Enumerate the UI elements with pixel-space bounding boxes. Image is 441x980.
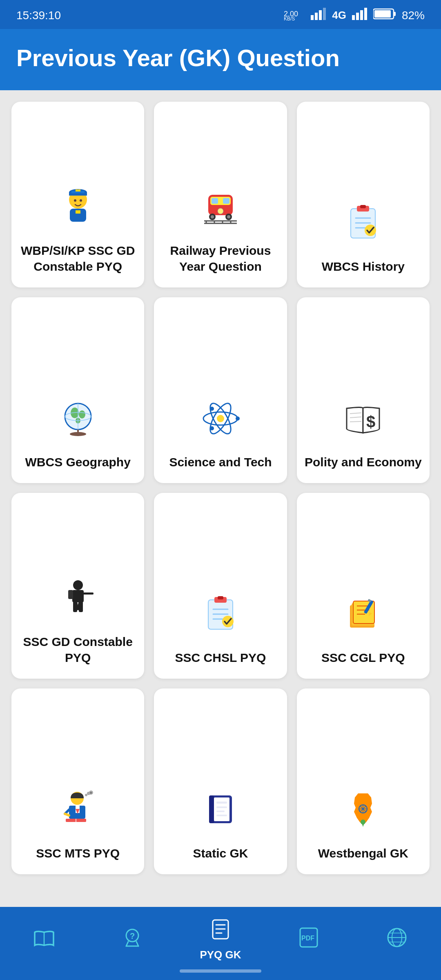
card-polity-economy[interactable]: $ Polity and Economy <box>297 297 430 483</box>
svg-point-64 <box>73 580 83 590</box>
app-header: Previous Year (GK) Question <box>0 29 441 90</box>
svg-rect-5 <box>323 8 326 20</box>
svg-rect-4 <box>319 10 322 20</box>
nav-quiz[interactable]: ? <box>104 927 161 953</box>
svg-line-62 <box>350 421 361 422</box>
svg-rect-12 <box>374 10 391 18</box>
card-ssc-gd[interactable]: SSC GD Constable PYQ <box>11 493 144 679</box>
battery-icon <box>373 8 396 22</box>
nav-globe[interactable] <box>368 927 425 953</box>
doc-list-icon <box>209 918 232 945</box>
svg-line-119 <box>126 942 128 946</box>
card-railway-pyq[interactable]: Railway Previous Year Question <box>154 102 287 287</box>
svg-rect-25 <box>212 198 218 204</box>
svg-point-27 <box>218 208 223 214</box>
book-dollar-icon: $ <box>343 398 383 445</box>
svg-point-19 <box>80 199 82 202</box>
card-static-gk-label: Static GK <box>193 845 248 861</box>
svg-rect-67 <box>80 590 82 594</box>
nav-books[interactable] <box>16 927 73 953</box>
svg-rect-7 <box>356 13 359 20</box>
card-westbengal-gk-label: Westbengal GK <box>318 845 408 861</box>
svg-rect-3 <box>315 13 318 20</box>
svg-rect-75 <box>218 596 223 599</box>
home-indicator-bar <box>180 969 261 973</box>
status-time: 15:39:10 <box>16 9 61 22</box>
svg-point-58 <box>210 407 214 411</box>
svg-rect-104 <box>216 802 227 804</box>
card-railway-label: Railway Previous Year Question <box>161 243 279 274</box>
police-icon <box>58 187 98 234</box>
card-static-gk[interactable]: Static GK <box>154 688 287 874</box>
svg-point-31 <box>227 215 230 218</box>
nav-pyq-gk[interactable]: PYQ GK <box>192 918 249 961</box>
card-ssc-chsl[interactable]: SSC CHSL PYQ <box>154 493 287 679</box>
svg-rect-105 <box>216 806 227 808</box>
card-wbp-label: WBP/SI/KP SSC GD Constable PYQ <box>19 243 137 274</box>
svg-point-52 <box>70 432 86 436</box>
student-think-icon: ? <box>58 789 98 836</box>
svg-rect-6 <box>352 15 355 20</box>
soldier-icon <box>58 578 98 625</box>
svg-rect-17 <box>76 189 80 192</box>
svg-text:PDF: PDF <box>301 935 314 942</box>
svg-rect-103 <box>214 797 229 821</box>
card-wbcs-geography[interactable]: WBCS Geography <box>11 297 144 483</box>
card-wbcs-history[interactable]: WBCS History <box>297 102 430 287</box>
svg-line-98 <box>65 814 69 815</box>
svg-line-120 <box>136 942 138 946</box>
card-ssc-mts[interactable]: ? SSC MTS PYQ <box>11 688 144 874</box>
globe-icon <box>58 398 98 445</box>
card-ssc-chsl-label: SSC CHSL PYQ <box>175 650 266 666</box>
category-grid: WBP/SI/KP SSC GD Constable PYQ <box>0 90 441 874</box>
card-polity-economy-label: Polity and Economy <box>305 454 422 470</box>
card-wbp-si-kp[interactable]: WBP/SI/KP SSC GD Constable PYQ <box>11 102 144 287</box>
pdf-icon: PDF <box>298 927 320 953</box>
battery-percent: 82% <box>402 9 425 22</box>
clipboard-check2-icon <box>200 594 241 641</box>
signal-bars-2 <box>352 8 368 23</box>
svg-rect-107 <box>216 815 227 816</box>
svg-rect-66 <box>81 592 94 595</box>
status-icons: 2.00 KB/S 4G <box>284 7 425 23</box>
nav-pyq-gk-label: PYQ GK <box>200 949 241 961</box>
home-indicator <box>0 969 441 980</box>
data-speed-icon: 2.00 KB/S <box>284 7 305 23</box>
svg-point-57 <box>236 416 240 421</box>
svg-rect-9 <box>364 8 367 20</box>
atom-icon <box>200 398 241 445</box>
card-wbcs-geography-label: WBCS Geography <box>25 454 130 470</box>
train-icon <box>200 187 241 234</box>
india-map-icon <box>343 789 383 836</box>
svg-rect-26 <box>223 198 229 204</box>
card-ssc-mts-label: SSC MTS PYQ <box>36 845 120 861</box>
nav-pdf[interactable]: PDF <box>280 927 337 953</box>
question-head-icon: ? <box>122 927 143 953</box>
svg-point-59 <box>210 426 214 430</box>
card-wbcs-history-label: WBCS History <box>322 258 405 274</box>
svg-marker-115 <box>361 822 365 827</box>
book-pen-icon <box>343 594 383 641</box>
book-blue-icon <box>200 789 241 836</box>
card-ssc-cgl[interactable]: SSC CGL PYQ <box>297 493 430 679</box>
svg-text:?: ? <box>90 791 92 795</box>
svg-rect-106 <box>216 811 225 812</box>
svg-point-56 <box>217 415 224 422</box>
card-science-tech[interactable]: Science and Tech <box>154 297 287 483</box>
status-bar: 15:39:10 2.00 KB/S 4G <box>0 0 441 29</box>
svg-rect-8 <box>360 10 363 20</box>
card-westbengal-gk[interactable]: Westbengal GK <box>297 688 430 874</box>
book-open-icon <box>33 927 55 953</box>
4g-icon: 4G <box>332 9 346 22</box>
svg-point-29 <box>211 215 214 218</box>
card-ssc-cgl-label: SSC CGL PYQ <box>321 650 405 666</box>
svg-point-18 <box>74 199 76 202</box>
svg-text:$: $ <box>366 413 375 431</box>
bottom-navigation: ? PYQ GK PDF <box>0 907 441 969</box>
svg-point-47 <box>79 410 85 419</box>
svg-rect-102 <box>209 795 214 823</box>
globe-nav-icon <box>386 927 408 953</box>
svg-point-93 <box>85 794 87 796</box>
card-science-tech-label: Science and Tech <box>169 454 272 470</box>
svg-rect-11 <box>394 12 396 16</box>
